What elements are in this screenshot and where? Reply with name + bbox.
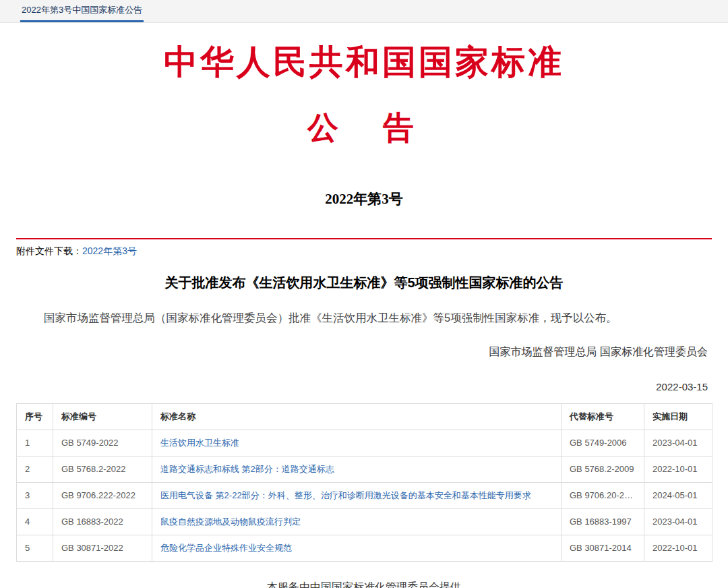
tab-label: 2022年第3号中国国家标准公告 <box>22 4 142 16</box>
header-seq: 序号 <box>17 403 53 430</box>
attachment-label: 附件文件下载： <box>16 245 82 256</box>
header-name: 标准名称 <box>152 403 562 430</box>
attachment-row: 附件文件下载：2022年第3号 <box>16 244 712 258</box>
cell-name: 医用电气设备 第2-22部分：外科、整形、治疗和诊断用激光设备的基本安全和基本性… <box>152 482 562 508</box>
cell-effective: 2023-04-01 <box>644 508 712 535</box>
header-replaces: 代替标准号 <box>562 403 644 430</box>
standard-link[interactable]: 鼠疫自然疫源地及动物鼠疫流行判定 <box>160 517 301 527</box>
cell-replaces: GB 30871-2014 <box>562 535 644 561</box>
issue-number: 2022年第3号 <box>0 189 728 208</box>
cell-code: GB 9706.222-2022 <box>53 482 152 508</box>
attachment-link[interactable]: 2022年第3号 <box>82 245 137 256</box>
tab-announcement[interactable]: 2022年第3号中国国家标准公告 <box>20 0 144 22</box>
table-row: 1 GB 5749-2022 生活饮用水卫生标准 GB 5749-2006 20… <box>17 430 712 456</box>
standard-link[interactable]: 医用电气设备 第2-22部分：外科、整形、治疗和诊断用激光设备的基本安全和基本性… <box>160 490 531 500</box>
notice-title: 关于批准发布《生活饮用水卫生标准》等5项强制性国家标准的公告 <box>0 274 728 292</box>
issuer-line: 国家市场监督管理总局 国家标准化管理委员会 <box>0 345 708 359</box>
cell-name: 危险化学品企业特殊作业安全规范 <box>152 535 562 561</box>
standard-link[interactable]: 道路交通标志和标线 第2部分：道路交通标志 <box>160 464 334 474</box>
cell-seq: 3 <box>17 482 53 508</box>
red-divider <box>16 238 712 239</box>
standard-link[interactable]: 危险化学品企业特殊作业安全规范 <box>160 543 292 553</box>
cell-effective: 2022-10-01 <box>644 535 712 561</box>
publish-date: 2022-03-15 <box>0 381 708 392</box>
cell-code: GB 5768.2-2022 <box>53 456 152 482</box>
announcement-page: 2022年第3号中国国家标准公告 中华人民共和国国家标准 公 告 2022年第3… <box>0 0 728 588</box>
cell-effective: 2024-05-01 <box>644 482 712 508</box>
standards-table: 序号 标准编号 标准名称 代替标准号 实施日期 1 GB 5749-2022 生… <box>16 403 712 562</box>
cell-effective: 2023-04-01 <box>644 430 712 456</box>
standard-link[interactable]: 生活饮用水卫生标准 <box>160 438 239 448</box>
footer-note: 本服务由中国国家标准化管理委员会提供 <box>0 581 728 588</box>
cell-code: GB 30871-2022 <box>53 535 152 561</box>
cell-seq: 2 <box>17 456 53 482</box>
table-header-row: 序号 标准编号 标准名称 代替标准号 实施日期 <box>17 403 712 430</box>
notice-body: 国家市场监督管理总局（国家标准化管理委员会）批准《生活饮用水卫生标准》等5项强制… <box>22 310 706 326</box>
tab-bar: 2022年第3号中国国家标准公告 <box>0 0 728 23</box>
document-title: 中华人民共和国国家标准 <box>0 42 728 82</box>
table-row: 4 GB 16883-2022 鼠疫自然疫源地及动物鼠疫流行判定 GB 1688… <box>17 508 712 535</box>
cell-replaces: GB 5768.2-2009 <box>562 456 644 482</box>
table-row: 5 GB 30871-2022 危险化学品企业特殊作业安全规范 GB 30871… <box>17 535 712 561</box>
header-effective: 实施日期 <box>644 403 712 430</box>
cell-code: GB 16883-2022 <box>53 508 152 535</box>
cell-name: 生活饮用水卫生标准 <box>152 430 562 456</box>
cell-seq: 4 <box>17 508 53 535</box>
cell-seq: 5 <box>17 535 53 561</box>
cell-seq: 1 <box>17 430 53 456</box>
header-code: 标准编号 <box>53 403 152 430</box>
document-subtitle: 公 告 <box>0 109 728 146</box>
cell-effective: 2022-10-01 <box>644 456 712 482</box>
table-row: 3 GB 9706.222-2022 医用电气设备 第2-22部分：外科、整形、… <box>17 482 712 508</box>
cell-name: 鼠疫自然疫源地及动物鼠疫流行判定 <box>152 508 562 535</box>
cell-replaces: GB 9706.20-2000 <box>562 482 644 508</box>
cell-replaces: GB 5749-2006 <box>562 430 644 456</box>
cell-code: GB 5749-2022 <box>53 430 152 456</box>
cell-replaces: GB 16883-1997 <box>562 508 644 535</box>
cell-name: 道路交通标志和标线 第2部分：道路交通标志 <box>152 456 562 482</box>
table-row: 2 GB 5768.2-2022 道路交通标志和标线 第2部分：道路交通标志 G… <box>17 456 712 482</box>
